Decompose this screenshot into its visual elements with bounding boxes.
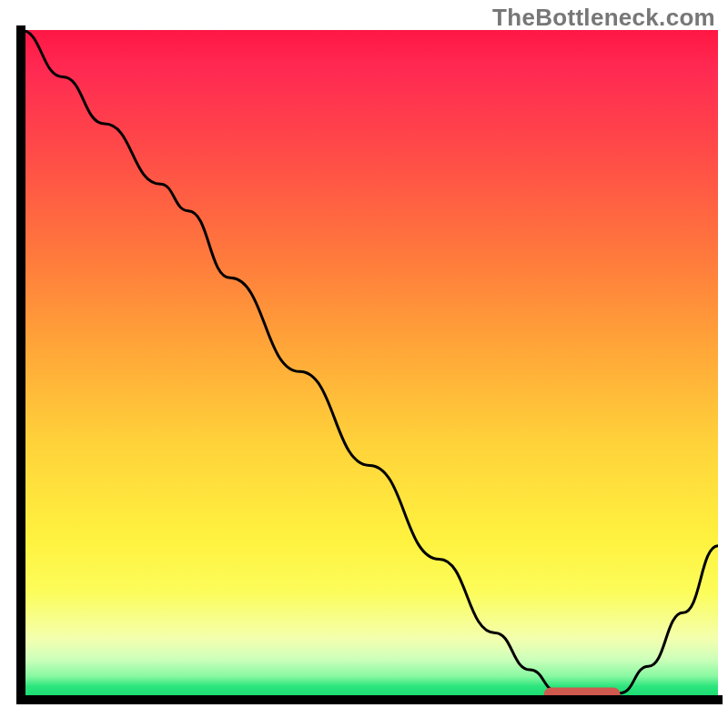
plot-area (21, 30, 718, 700)
chart-wrapper: TheBottleneck.com (0, 0, 728, 728)
watermark-text: TheBottleneck.com (492, 4, 715, 32)
